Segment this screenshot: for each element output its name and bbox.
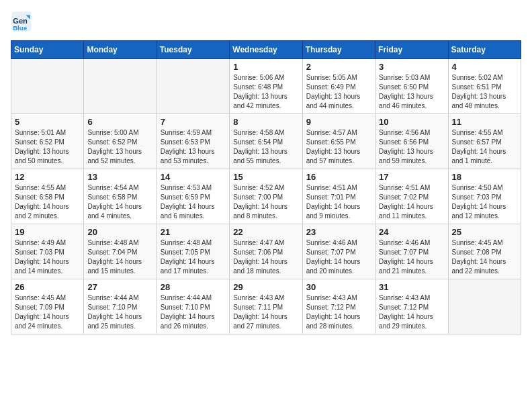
day-cell: 10Sunrise: 4:56 AM Sunset: 6:56 PM Dayli… [375, 114, 448, 169]
day-info: Sunrise: 4:43 AM Sunset: 7:12 PM Dayligh… [306, 293, 371, 331]
day-info: Sunrise: 5:06 AM Sunset: 6:48 PM Dayligh… [233, 73, 298, 111]
day-cell [157, 59, 229, 114]
day-info: Sunrise: 4:50 AM Sunset: 7:03 PM Dayligh… [452, 183, 517, 221]
day-cell: 3Sunrise: 5:03 AM Sunset: 6:50 PM Daylig… [375, 59, 448, 114]
day-info: Sunrise: 4:43 AM Sunset: 7:11 PM Dayligh… [233, 293, 298, 331]
logo: Gen Blue [11, 11, 35, 32]
week-row-5: 26Sunrise: 4:45 AM Sunset: 7:09 PM Dayli… [11, 279, 521, 334]
day-number: 4 [452, 62, 517, 72]
day-number: 10 [379, 117, 444, 127]
day-info: Sunrise: 4:54 AM Sunset: 6:58 PM Dayligh… [87, 183, 152, 221]
day-cell: 31Sunrise: 4:43 AM Sunset: 7:12 PM Dayli… [375, 279, 448, 334]
day-info: Sunrise: 4:55 AM Sunset: 6:57 PM Dayligh… [452, 128, 517, 166]
day-cell: 29Sunrise: 4:43 AM Sunset: 7:11 PM Dayli… [230, 279, 302, 334]
day-cell: 22Sunrise: 4:47 AM Sunset: 7:06 PM Dayli… [230, 224, 302, 279]
day-info: Sunrise: 4:59 AM Sunset: 6:53 PM Dayligh… [161, 128, 226, 166]
day-number: 7 [161, 117, 226, 127]
day-number: 26 [15, 282, 80, 292]
day-number: 27 [87, 282, 152, 292]
day-info: Sunrise: 4:52 AM Sunset: 7:00 PM Dayligh… [233, 183, 298, 221]
day-cell: 26Sunrise: 4:45 AM Sunset: 7:09 PM Dayli… [11, 279, 84, 334]
day-info: Sunrise: 4:49 AM Sunset: 7:03 PM Dayligh… [15, 238, 80, 276]
day-info: Sunrise: 4:58 AM Sunset: 6:54 PM Dayligh… [233, 128, 298, 166]
day-cell: 1Sunrise: 5:06 AM Sunset: 6:48 PM Daylig… [230, 59, 302, 114]
day-number: 20 [87, 227, 152, 237]
day-number: 16 [306, 172, 371, 182]
day-number: 14 [161, 172, 226, 182]
col-header-saturday: Saturday [448, 41, 521, 59]
day-info: Sunrise: 5:00 AM Sunset: 6:52 PM Dayligh… [87, 128, 152, 166]
day-cell: 16Sunrise: 4:51 AM Sunset: 7:01 PM Dayli… [302, 169, 375, 224]
day-number: 30 [306, 282, 371, 292]
day-cell: 28Sunrise: 4:44 AM Sunset: 7:10 PM Dayli… [157, 279, 229, 334]
day-info: Sunrise: 5:01 AM Sunset: 6:52 PM Dayligh… [15, 128, 80, 166]
day-info: Sunrise: 4:56 AM Sunset: 6:56 PM Dayligh… [379, 128, 444, 166]
day-cell: 18Sunrise: 4:50 AM Sunset: 7:03 PM Dayli… [448, 169, 521, 224]
day-info: Sunrise: 4:44 AM Sunset: 7:10 PM Dayligh… [161, 293, 226, 331]
day-number: 11 [452, 117, 517, 127]
col-header-tuesday: Tuesday [157, 41, 229, 59]
week-row-3: 12Sunrise: 4:55 AM Sunset: 6:58 PM Dayli… [11, 169, 521, 224]
day-info: Sunrise: 4:48 AM Sunset: 7:04 PM Dayligh… [87, 238, 152, 276]
week-row-4: 19Sunrise: 4:49 AM Sunset: 7:03 PM Dayli… [11, 224, 521, 279]
day-number: 15 [233, 172, 298, 182]
day-cell: 9Sunrise: 4:57 AM Sunset: 6:55 PM Daylig… [302, 114, 375, 169]
logo-icon: Gen Blue [11, 11, 32, 32]
day-cell: 20Sunrise: 4:48 AM Sunset: 7:04 PM Dayli… [84, 224, 157, 279]
day-number: 21 [161, 227, 226, 237]
day-number: 1 [233, 62, 298, 72]
day-number: 18 [452, 172, 517, 182]
day-cell: 27Sunrise: 4:44 AM Sunset: 7:10 PM Dayli… [84, 279, 157, 334]
day-info: Sunrise: 4:57 AM Sunset: 6:55 PM Dayligh… [306, 128, 371, 166]
day-info: Sunrise: 4:51 AM Sunset: 7:02 PM Dayligh… [379, 183, 444, 221]
day-number: 19 [15, 227, 80, 237]
page-header: Gen Blue [11, 11, 521, 32]
day-number: 9 [306, 117, 371, 127]
day-cell: 30Sunrise: 4:43 AM Sunset: 7:12 PM Dayli… [302, 279, 375, 334]
day-cell: 13Sunrise: 4:54 AM Sunset: 6:58 PM Dayli… [84, 169, 157, 224]
day-info: Sunrise: 5:05 AM Sunset: 6:49 PM Dayligh… [306, 73, 371, 111]
day-number: 25 [452, 227, 517, 237]
day-cell [448, 279, 521, 334]
day-number: 8 [233, 117, 298, 127]
day-number: 31 [379, 282, 444, 292]
day-cell: 21Sunrise: 4:48 AM Sunset: 7:05 PM Dayli… [157, 224, 229, 279]
col-header-monday: Monday [84, 41, 157, 59]
day-info: Sunrise: 4:48 AM Sunset: 7:05 PM Dayligh… [161, 238, 226, 276]
week-row-2: 5Sunrise: 5:01 AM Sunset: 6:52 PM Daylig… [11, 114, 521, 169]
day-number: 12 [15, 172, 80, 182]
day-cell: 24Sunrise: 4:46 AM Sunset: 7:07 PM Dayli… [375, 224, 448, 279]
day-cell: 23Sunrise: 4:46 AM Sunset: 7:07 PM Dayli… [302, 224, 375, 279]
day-cell: 17Sunrise: 4:51 AM Sunset: 7:02 PM Dayli… [375, 169, 448, 224]
day-info: Sunrise: 4:53 AM Sunset: 6:59 PM Dayligh… [161, 183, 226, 221]
day-cell: 14Sunrise: 4:53 AM Sunset: 6:59 PM Dayli… [157, 169, 229, 224]
col-header-wednesday: Wednesday [230, 41, 302, 59]
day-cell: 2Sunrise: 5:05 AM Sunset: 6:49 PM Daylig… [302, 59, 375, 114]
day-cell: 19Sunrise: 4:49 AM Sunset: 7:03 PM Dayli… [11, 224, 84, 279]
day-number: 28 [161, 282, 226, 292]
day-number: 3 [379, 62, 444, 72]
day-cell [84, 59, 157, 114]
col-header-friday: Friday [375, 41, 448, 59]
col-header-sunday: Sunday [11, 41, 84, 59]
day-number: 6 [87, 117, 152, 127]
day-info: Sunrise: 5:02 AM Sunset: 6:51 PM Dayligh… [452, 73, 517, 111]
day-info: Sunrise: 4:46 AM Sunset: 7:07 PM Dayligh… [306, 238, 371, 276]
day-info: Sunrise: 4:45 AM Sunset: 7:09 PM Dayligh… [15, 293, 80, 331]
day-info: Sunrise: 4:51 AM Sunset: 7:01 PM Dayligh… [306, 183, 371, 221]
day-info: Sunrise: 4:44 AM Sunset: 7:10 PM Dayligh… [87, 293, 152, 331]
day-cell: 6Sunrise: 5:00 AM Sunset: 6:52 PM Daylig… [84, 114, 157, 169]
day-cell [11, 59, 84, 114]
svg-text:Blue: Blue [13, 24, 27, 32]
day-cell: 11Sunrise: 4:55 AM Sunset: 6:57 PM Dayli… [448, 114, 521, 169]
day-number: 23 [306, 227, 371, 237]
day-info: Sunrise: 4:45 AM Sunset: 7:08 PM Dayligh… [452, 238, 517, 276]
day-cell: 7Sunrise: 4:59 AM Sunset: 6:53 PM Daylig… [157, 114, 229, 169]
day-cell: 5Sunrise: 5:01 AM Sunset: 6:52 PM Daylig… [11, 114, 84, 169]
day-number: 29 [233, 282, 298, 292]
day-number: 17 [379, 172, 444, 182]
calendar-table: SundayMondayTuesdayWednesdayThursdayFrid… [11, 40, 521, 334]
day-number: 13 [87, 172, 152, 182]
day-info: Sunrise: 4:46 AM Sunset: 7:07 PM Dayligh… [379, 238, 444, 276]
day-number: 22 [233, 227, 298, 237]
